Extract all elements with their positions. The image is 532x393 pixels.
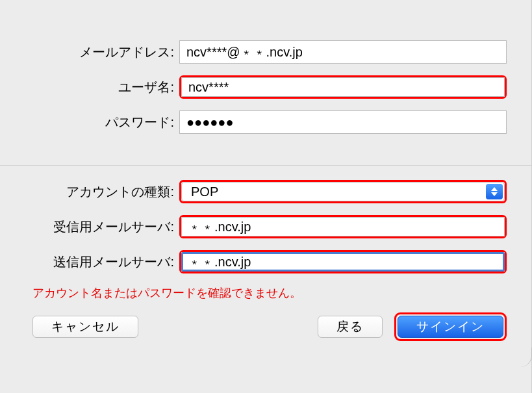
password-label: パスワード: — [0, 114, 179, 131]
password-field[interactable] — [179, 110, 507, 134]
incoming-server-label: 受信用メールサーバ: — [0, 218, 179, 236]
sign-in-button[interactable]: サインイン — [398, 316, 503, 338]
svg-marker-0 — [491, 187, 498, 191]
outgoing-server-label: 送信用メールサーバ: — [0, 253, 179, 271]
svg-marker-1 — [491, 192, 498, 196]
account-type-select[interactable]: POP — [181, 182, 505, 201]
error-message: アカウント名またはパスワードを確認できません。 — [32, 285, 531, 301]
username-field[interactable] — [181, 77, 505, 97]
email-label: メールアドレス: — [0, 44, 179, 61]
email-field[interactable] — [179, 40, 507, 64]
incoming-server-field[interactable] — [181, 217, 505, 236]
account-type-value: POP — [188, 184, 478, 199]
back-button[interactable]: 戻る — [318, 316, 383, 338]
account-type-label: アカウントの種類: — [0, 183, 179, 201]
cancel-button[interactable]: キャンセル — [32, 316, 138, 338]
chevron-up-down-icon — [486, 184, 503, 199]
outgoing-server-field[interactable] — [181, 252, 505, 272]
username-label: ユーザ名: — [0, 79, 179, 96]
